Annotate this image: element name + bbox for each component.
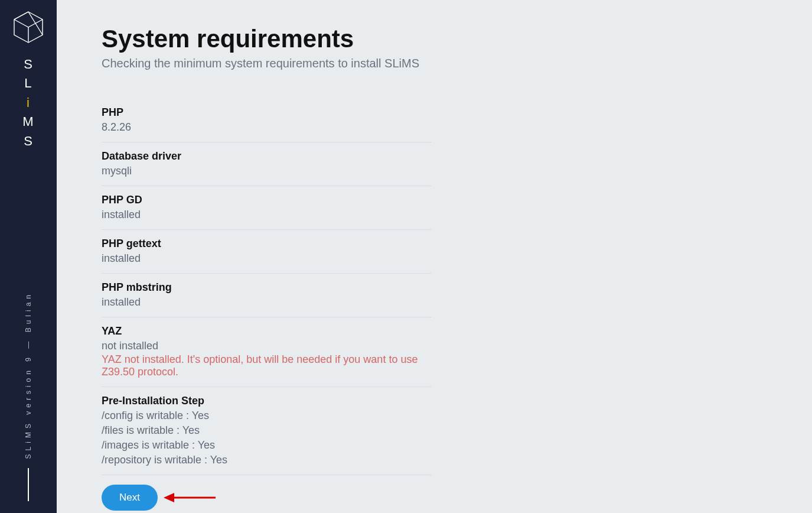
preinstall-line: /images is writable : Yes [102,439,431,452]
main-panel: System requirements Checking the minimum… [57,0,812,513]
brand-letter: L [24,76,32,91]
brand-letter: M [22,114,34,129]
logo-icon [13,11,44,46]
page-title: System requirements [102,25,767,53]
requirement-item: Database drivermysqli [102,142,431,186]
arrow-left-pointer-icon [164,491,216,504]
requirement-value: installed [102,209,431,221]
requirement-label: PHP GD [102,194,431,206]
sidebar: SLiMS SLiMS version 9 — Bulian [0,0,57,513]
requirements-list: PHP8.2.26Database drivermysqliPHP GDinst… [102,99,431,475]
preinstall-lines: /config is writable : Yes/files is writa… [102,410,431,466]
next-button[interactable]: Next [102,485,158,511]
requirement-value: not installed [102,340,431,352]
page-subtitle: Checking the minimum system requirements… [102,57,767,70]
requirement-item: PHP mbstringinstalled [102,274,431,317]
requirement-label: PHP [102,106,431,119]
requirement-item: PHP8.2.26 [102,99,431,142]
requirement-value: installed [102,296,431,309]
requirement-value: mysqli [102,165,431,177]
brand-letter: S [24,57,33,72]
requirement-label: YAZ [102,325,431,337]
sidebar-tick [28,468,29,501]
preinstall-label: Pre-Installation Step [102,395,431,407]
brand-letter: S [24,134,33,149]
requirement-label: PHP mbstring [102,281,431,294]
requirement-label: Database driver [102,150,431,163]
preinstall-line: /config is writable : Yes [102,410,431,422]
version-label: SLiMS version 9 — Bulian [24,291,32,459]
requirement-item: PHP gettextinstalled [102,230,431,274]
preinstall-item: Pre-Installation Step/config is writable… [102,387,431,475]
brand-letters: SLiMS [22,57,34,149]
svg-marker-2 [164,493,174,502]
requirement-item: PHP GDinstalled [102,186,431,230]
requirement-label: PHP gettext [102,238,431,250]
preinstall-line: /files is writable : Yes [102,424,431,437]
requirement-warning: YAZ not installed. It's optional, but wi… [102,353,431,378]
requirement-value: 8.2.26 [102,121,431,134]
preinstall-line: /repository is writable : Yes [102,454,431,466]
brand-letter: i [27,95,30,111]
requirement-item: YAZnot installedYAZ not installed. It's … [102,317,431,387]
requirement-value: installed [102,252,431,265]
